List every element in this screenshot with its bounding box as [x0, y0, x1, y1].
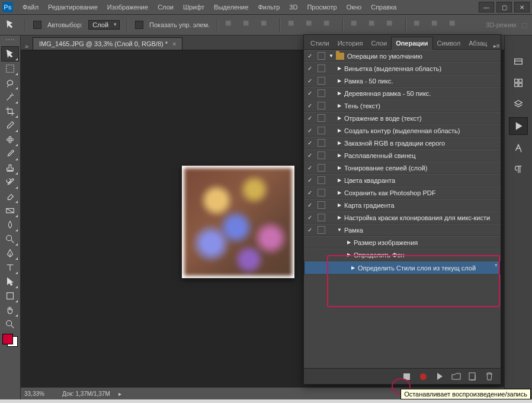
tab-chevron-icon[interactable]: » [21, 43, 33, 50]
action-label: Заказной RGB в градации серого [344, 140, 498, 147]
action-row-custom[interactable]: ✓▼Рамка [304, 224, 501, 236]
action-label: Виньетка (выделенная область) [344, 65, 498, 72]
autoselect-dropdown[interactable]: Слой [88, 20, 120, 30]
layers-panel-icon[interactable] [509, 96, 527, 112]
panel-menu-icon[interactable]: ▸≡ [491, 43, 502, 49]
dodge-tool[interactable] [2, 232, 18, 246]
align-icon[interactable]: ▦ [306, 19, 318, 31]
stop-button[interactable] [401, 371, 412, 382]
action-row[interactable]: ✓▶Деревянная рамка - 50 пикс. [304, 87, 501, 99]
align-icon[interactable]: ▦ [261, 19, 273, 31]
align-icon[interactable]: ▦ [288, 19, 300, 31]
menu-help[interactable]: Справка [366, 1, 401, 13]
distribute-icon[interactable]: ▦ [368, 19, 380, 31]
action-label: Создать контур (выделенная область) [344, 127, 498, 134]
action-row[interactable]: ✓▶Карта градиента [304, 199, 501, 211]
play-panel-icon[interactable] [509, 117, 528, 135]
gradient-tool[interactable] [2, 204, 18, 218]
play-button[interactable] [434, 371, 445, 382]
action-row[interactable]: ✓▶Тень (текст) [304, 99, 501, 112]
eyedropper-tool[interactable] [2, 118, 18, 133]
tab-history[interactable]: История [334, 37, 367, 49]
distribute-icon[interactable]: ▦ [351, 19, 363, 31]
history-brush-tool[interactable] [2, 175, 18, 189]
action-row[interactable]: ✓▶Расплавленный свинец [304, 149, 501, 162]
menu-view[interactable]: Просмотр [302, 1, 341, 13]
hand-tool[interactable] [2, 303, 18, 317]
action-row[interactable]: ✓▶Тонирование сепией (слой) [304, 162, 501, 174]
zoom-value[interactable]: 33,33% [24, 391, 54, 397]
menu-layers[interactable]: Слои [153, 1, 178, 13]
action-label: Отражение в воде (текст) [344, 115, 498, 122]
distribute-icon[interactable]: ▦ [414, 19, 425, 31]
menu-window[interactable]: Окно [342, 1, 367, 13]
menu-edit[interactable]: Редактирование [43, 1, 102, 13]
action-row[interactable]: ✓▶Виньетка (выделенная область) [304, 62, 501, 75]
move-tool[interactable] [1, 46, 19, 62]
close-tab-icon[interactable]: × [172, 40, 176, 47]
action-step-row[interactable]: ▶Определить Фон [304, 249, 501, 261]
action-set-row[interactable]: ✓ ▼ Операции по умолчанию [304, 50, 501, 62]
action-row[interactable]: ✓▶Цвета квадранта [304, 174, 501, 186]
paragraph-panel-icon[interactable] [509, 161, 527, 178]
action-row[interactable]: ✓▶Создать контур (выделенная область) [304, 124, 501, 137]
tab-layers[interactable]: Слои [367, 37, 391, 49]
shape-tool[interactable] [2, 289, 18, 303]
action-row[interactable]: ✓▶Сохранить как Photoshop PDF [304, 186, 501, 199]
action-row[interactable]: ✓▶Рамка - 50 пикс. [304, 75, 501, 87]
action-row[interactable]: ✓▶Настройка краски клонирования для микс… [304, 211, 501, 224]
align-icon[interactable]: ▦ [225, 19, 237, 31]
menu-file[interactable]: Файл [18, 1, 43, 13]
crop-tool[interactable] [2, 104, 18, 118]
action-step-row-selected[interactable]: ▶Определить Стили слоя из текущ слой [304, 261, 501, 275]
zoom-tool[interactable] [2, 317, 18, 331]
window-minimize-button[interactable]: — [479, 2, 494, 12]
new-set-button[interactable] [451, 371, 462, 382]
menu-filter[interactable]: Фильтр [253, 1, 284, 13]
align-icon[interactable]: ▦ [323, 19, 335, 31]
swatches-panel-icon[interactable] [509, 75, 527, 91]
doc-size: Док: 1,37M/1,37M [62, 391, 110, 397]
heal-tool[interactable] [2, 133, 18, 147]
document-tab[interactable]: IMG_1465.JPG @ 33,3% (Слой 0, RGB/8) *× [33, 37, 182, 50]
panel-icon[interactable] [509, 53, 527, 70]
pen-tool[interactable] [2, 246, 18, 260]
new-action-button[interactable] [467, 371, 478, 382]
menu-select[interactable]: Выделение [209, 1, 253, 13]
lasso-tool[interactable] [2, 76, 18, 90]
type-tool[interactable] [2, 260, 18, 275]
tab-paragraph[interactable]: Абзац [464, 37, 491, 49]
distribute-icon[interactable]: ▦ [386, 19, 398, 31]
color-swatch[interactable] [2, 334, 18, 347]
tab-styles[interactable]: Стили [306, 37, 334, 49]
mode3d-icon[interactable]: ⬚ [521, 21, 527, 29]
path-select-tool[interactable] [2, 275, 18, 289]
menu-3d[interactable]: 3D [284, 1, 302, 13]
blur-tool[interactable] [2, 218, 18, 232]
action-row[interactable]: ✓▶Заказной RGB в градации серого [304, 137, 501, 149]
wand-tool[interactable] [2, 90, 18, 104]
tab-character[interactable]: Символ [433, 37, 465, 49]
toolbox-grip[interactable] [3, 39, 17, 44]
show-controls-checkbox[interactable] [135, 21, 143, 29]
align-icon[interactable]: ▦ [243, 19, 255, 31]
window-maximize-button[interactable]: ▢ [496, 2, 512, 12]
status-chevron-icon[interactable]: ▸ [118, 391, 121, 397]
action-step-row[interactable]: ▶Размер изображения [304, 236, 501, 249]
distribute-icon[interactable]: ▦ [431, 19, 443, 31]
distribute-icon[interactable]: ▦ [449, 19, 461, 31]
brush-tool[interactable] [2, 147, 18, 161]
action-row[interactable]: ✓▶Отражение в воде (текст) [304, 112, 501, 124]
marquee-tool[interactable] [2, 62, 18, 76]
trash-button[interactable] [484, 371, 495, 382]
menu-type[interactable]: Шрифт [178, 1, 209, 13]
eraser-tool[interactable] [2, 189, 18, 204]
autoselect-checkbox[interactable] [33, 21, 41, 29]
tab-actions[interactable]: Операции [391, 37, 432, 50]
move-tool-icon[interactable] [5, 18, 18, 31]
record-button[interactable] [418, 371, 428, 382]
menu-image[interactable]: Изображение [102, 1, 153, 13]
character-panel-icon[interactable] [509, 140, 527, 156]
window-close-button[interactable]: ✕ [514, 2, 530, 12]
stamp-tool[interactable] [2, 161, 18, 175]
